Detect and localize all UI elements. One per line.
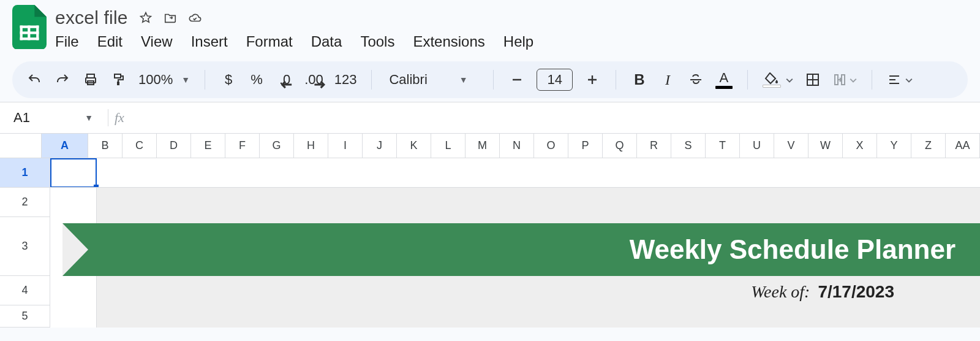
column-header[interactable]: P <box>568 134 603 158</box>
svg-rect-5 <box>36 25 39 40</box>
merge-cells-button[interactable] <box>832 71 857 88</box>
bold-button[interactable]: B <box>631 71 648 88</box>
sheets-logo <box>12 5 47 49</box>
column-header[interactable]: T <box>706 134 740 158</box>
menu-bar: File Edit View Insert Format Data Tools … <box>55 33 533 50</box>
separator <box>872 70 872 90</box>
font-size-input[interactable]: 14 <box>537 69 572 91</box>
column-header[interactable]: K <box>397 134 431 158</box>
menu-edit[interactable]: Edit <box>97 33 123 50</box>
sheet-canvas[interactable]: Weekly Schedule Planner Week of: 7/17/20… <box>50 188 980 328</box>
undo-button[interactable] <box>26 71 43 88</box>
menu-file[interactable]: File <box>55 33 79 50</box>
column-header[interactable]: J <box>363 134 397 158</box>
document-title[interactable]: excel file <box>55 7 128 28</box>
menu-format[interactable]: Format <box>246 33 293 50</box>
column-header[interactable]: N <box>500 134 534 158</box>
caret-down-icon <box>786 72 793 88</box>
row-header[interactable]: 1 <box>0 158 50 188</box>
star-icon[interactable] <box>139 11 153 25</box>
name-box-value: A1 <box>13 110 30 126</box>
weekof-text: Week of: <box>751 282 810 301</box>
italic-button[interactable]: I <box>659 71 676 88</box>
redo-button[interactable] <box>54 71 71 88</box>
borders-button[interactable] <box>804 71 821 88</box>
separator <box>371 70 372 90</box>
separator <box>747 70 748 90</box>
toolbar: 100%▼ $ % .0 .00 123 Calibri▼ 14 B I A <box>12 61 968 98</box>
caret-down-icon <box>905 72 913 88</box>
column-header[interactable]: X <box>843 134 877 158</box>
print-button[interactable] <box>82 71 99 88</box>
column-header[interactable]: W <box>809 134 843 158</box>
column-header[interactable]: D <box>157 134 191 158</box>
menu-view[interactable]: View <box>141 33 173 50</box>
strikethrough-button[interactable] <box>687 71 704 88</box>
column-header[interactable]: G <box>260 134 294 158</box>
menu-help[interactable]: Help <box>503 33 533 50</box>
zoom-dropdown[interactable]: 100%▼ <box>138 72 190 88</box>
banner-notch <box>62 223 88 276</box>
name-box[interactable]: A1 ▼ <box>10 107 102 128</box>
column-header[interactable]: H <box>294 134 328 158</box>
font-family-dropdown[interactable]: Calibri▼ <box>386 72 478 88</box>
column-header[interactable]: S <box>671 134 706 158</box>
font-size-increase[interactable] <box>584 71 601 88</box>
column-header[interactable]: Q <box>603 134 637 158</box>
row-cells[interactable] <box>50 158 980 188</box>
format-percent-button[interactable]: % <box>248 71 265 88</box>
increase-decimal-button[interactable]: .00 <box>304 71 323 88</box>
column-header[interactable]: V <box>774 134 809 158</box>
column-header[interactable]: F <box>225 134 260 158</box>
weekof-date: 7/17/2023 <box>818 282 894 301</box>
column-header[interactable]: Y <box>877 134 911 158</box>
text-color-swatch <box>715 86 733 89</box>
fill-color-button[interactable] <box>763 72 793 88</box>
menu-tools[interactable]: Tools <box>360 33 394 50</box>
column-header[interactable]: AA <box>946 134 980 158</box>
font-size-control: 14 <box>508 69 600 91</box>
move-to-drive-icon[interactable] <box>164 11 177 25</box>
column-header[interactable]: L <box>431 134 466 158</box>
app-header: excel file File Edit View Insert Format … <box>0 0 980 50</box>
column-header[interactable]: R <box>637 134 671 158</box>
cloud-saved-icon[interactable] <box>188 11 202 25</box>
row-header[interactable]: 4 <box>0 276 50 305</box>
column-header[interactable]: U <box>740 134 774 158</box>
decrease-decimal-button[interactable]: .0 <box>276 71 293 88</box>
format-currency-button[interactable]: $ <box>220 71 237 88</box>
weekof-label: Week of: 7/17/2023 <box>751 282 894 302</box>
column-header[interactable]: Z <box>911 134 946 158</box>
column-header[interactable]: M <box>466 134 500 158</box>
font-size-decrease[interactable] <box>508 71 526 88</box>
svg-rect-3 <box>20 25 23 40</box>
column-header[interactable]: O <box>534 134 568 158</box>
row-header[interactable]: 2 <box>0 188 50 217</box>
text-color-letter: A <box>720 71 729 85</box>
banner-title: Weekly Schedule Planner <box>630 234 956 265</box>
caret-down-icon <box>850 72 857 88</box>
text-color-button[interactable]: A <box>715 71 733 89</box>
column-header[interactable]: E <box>191 134 225 158</box>
column-header[interactable]: I <box>328 134 363 158</box>
column-headers: A B C D E F G H I J K L M N O P Q R S T … <box>0 134 980 158</box>
name-box-bar: A1 ▼ fx <box>0 102 980 134</box>
menu-data[interactable]: Data <box>311 33 342 50</box>
separator <box>616 70 616 90</box>
column-header[interactable]: A <box>42 134 88 158</box>
row-header[interactable]: 5 <box>0 305 50 328</box>
banner: Weekly Schedule Planner <box>62 223 980 276</box>
number-format-dropdown[interactable]: 123 <box>334 71 357 88</box>
menu-extensions[interactable]: Extensions <box>413 33 484 50</box>
separator <box>493 70 494 90</box>
spreadsheet-grid: A B C D E F G H I J K L M N O P Q R S T … <box>0 134 980 328</box>
select-all-corner[interactable] <box>0 134 42 158</box>
column-header[interactable]: C <box>123 134 157 158</box>
zoom-value: 100% <box>138 72 173 88</box>
column-header[interactable]: B <box>88 134 123 158</box>
row-header[interactable]: 3 <box>0 217 50 276</box>
fill-color-swatch <box>763 85 781 88</box>
horizontal-align-button[interactable] <box>887 71 913 88</box>
menu-insert[interactable]: Insert <box>191 33 228 50</box>
paint-format-button[interactable] <box>110 71 127 88</box>
